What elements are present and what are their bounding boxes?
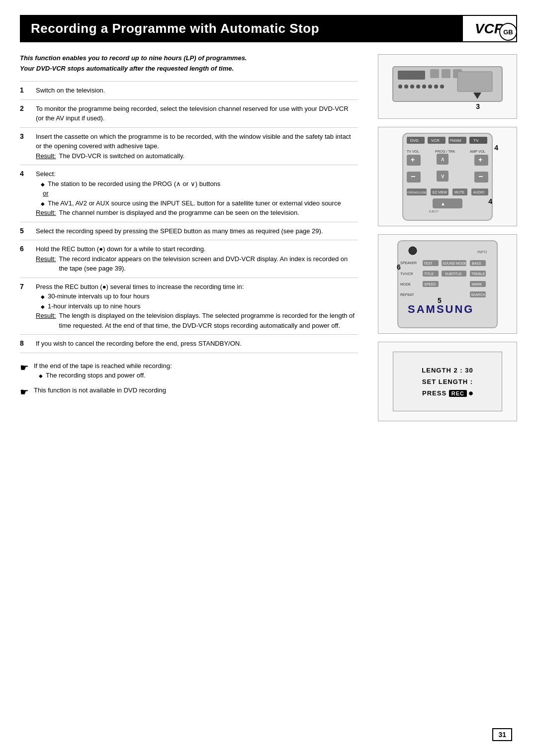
step-4: 4 Select: The station to be recorded usi… (20, 165, 358, 222)
svg-point-11 (434, 85, 438, 89)
device-image-3: INFO SPEAKER TEST SOUND MODE BASS TV/VCR… (378, 234, 517, 334)
svg-point-8 (416, 85, 420, 89)
note-icon-2: ☛ (20, 384, 29, 399)
svg-text:TEST: TEST (424, 262, 433, 265)
intro-line2: Your DVD-VCR stops automatically after t… (20, 65, 358, 72)
step-6-num: 6 (20, 244, 29, 253)
steps-list: 1 Switch on the television. 2 To monitor… (20, 81, 358, 353)
svg-text:OPEN/CLOSE: OPEN/CLOSE (407, 191, 427, 194)
svg-text:TITLE: TITLE (424, 272, 434, 276)
step-5-content: Select the recording speed by pressing t… (36, 226, 358, 236)
step-4-bullets-2: The AV1, AV2 or AUX source using the INP… (36, 198, 358, 208)
svg-text:VCR: VCR (431, 138, 440, 143)
svg-text:+: + (478, 156, 482, 164)
note-icon-1: ☛ (20, 360, 29, 375)
svg-text:+: + (411, 156, 415, 164)
step-6-text: Hold the REC button (●) down for a while… (36, 244, 358, 254)
step-2-content: To monitor the programme being recorded,… (36, 104, 358, 123)
note-1-bullet: The recording stops and power off. (39, 371, 172, 380)
image3-label-6: 6 (397, 263, 401, 271)
svg-text:INFO: INFO (477, 250, 487, 254)
svg-text:AUDIO: AUDIO (473, 190, 485, 194)
step-6: 6 Hold the REC button (●) down for a whi… (20, 240, 358, 278)
step-8: 8 If you wish to cancel the recording be… (20, 334, 358, 353)
step-4-result: Result: The channel number is displayed … (36, 208, 358, 218)
step-7-num: 7 (20, 282, 29, 290)
svg-text:FM/AM: FM/AM (450, 139, 461, 142)
device-svg-1 (388, 62, 507, 111)
svg-text:TV: TV (473, 138, 479, 143)
svg-text:TREBLE: TREBLE (471, 272, 485, 276)
svg-rect-2 (430, 69, 439, 78)
image3-label-5: 5 (438, 296, 442, 304)
image1-label-3: 3 (476, 102, 480, 110)
svg-point-51 (409, 247, 417, 255)
svg-text:PROG / TRK: PROG / TRK (435, 150, 455, 153)
svg-text:MARK: MARK (472, 283, 482, 286)
svg-rect-3 (442, 69, 450, 78)
step-4-bullet-2: The AV1, AV2 or AUX source using the INP… (41, 198, 358, 208)
step-3: 3 Insert the cassette on which the progr… (20, 127, 358, 165)
step-5-num: 5 (20, 226, 29, 235)
step-4-content: Select: The station to be recorded using… (36, 169, 358, 218)
svg-point-10 (428, 85, 432, 89)
svg-text:SAMSUNG: SAMSUNG (408, 303, 474, 315)
svg-text:TV VOL: TV VOL (407, 150, 419, 153)
notes-section: ☛ If the end of the tape is reached whil… (20, 361, 358, 399)
step-3-result: Result: The DVD-VCR is switched on autom… (36, 151, 358, 161)
step-5: 5 Select the recording speed by pressing… (20, 222, 358, 240)
step-7-result: Result: The length is displayed on the t… (36, 311, 358, 330)
device-image-2: DVD VCR FM/AM TV TV VOL PROG / TRK AMP V… (378, 127, 517, 226)
remote-svg: DVD VCR FM/AM TV TV VOL PROG / TRK AMP V… (393, 131, 502, 223)
rec-dot (469, 391, 473, 395)
svg-text:SOUND MODE: SOUND MODE (443, 262, 467, 265)
page-number: 31 (492, 728, 512, 741)
step-1-content: Switch on the television. (36, 86, 358, 95)
display-set-length: SET LENGTH : (422, 378, 473, 385)
right-column: 3 DVD VCR FM/AM (378, 54, 517, 421)
step-1-num: 1 (20, 86, 29, 94)
step-6-content: Hold the REC button (●) down for a while… (36, 244, 358, 274)
svg-text:EZ VIEW: EZ VIEW (433, 190, 447, 194)
svg-text:∨: ∨ (441, 173, 445, 180)
step-8-content: If you wish to cancel the recording befo… (36, 339, 358, 349)
left-column: This function enables you to record up t… (20, 54, 363, 421)
svg-rect-1 (398, 71, 425, 80)
intro-line1: This function enables you to record up t… (20, 54, 358, 62)
step-4-text: Select: (36, 169, 358, 179)
step-7: 7 Press the REC button (●) several times… (20, 278, 358, 335)
step-7-bullet-1: 30-minute intervals up to four hours (41, 291, 358, 301)
step-4-bullets: The station to be recorded using the PRO… (36, 179, 358, 189)
display-box: LENGTH 2 : 30 SET LENGTH : PRESS REC (393, 352, 502, 411)
step-7-content: Press the REC button (●) several times t… (36, 282, 358, 331)
main-layout: This function enables you to record up t… (20, 54, 517, 421)
svg-text:REPEAT: REPEAT (400, 293, 414, 296)
note-1: ☛ If the end of the tape is reached whil… (20, 361, 358, 380)
step-3-text: Insert the cassette on which the program… (36, 132, 358, 151)
svg-text:−: − (411, 172, 415, 181)
rec-badge: REC (449, 390, 473, 397)
svg-rect-47 (433, 198, 462, 208)
svg-text:−: − (478, 172, 483, 181)
svg-point-9 (422, 85, 426, 89)
step-3-num: 3 (20, 132, 29, 140)
svg-text:SPEED: SPEED (424, 283, 436, 286)
svg-rect-13 (457, 72, 492, 92)
svg-text:DVD: DVD (410, 138, 419, 143)
svg-text:▲: ▲ (441, 201, 446, 206)
step-4-bullet-1: The station to be recorded using the PRO… (41, 179, 358, 189)
device-image-1: 3 (378, 54, 517, 119)
note-2-content: This function is not available in DVD re… (34, 385, 166, 395)
step-2-num: 2 (20, 104, 29, 112)
image2-label-4: 4 (494, 144, 498, 152)
note-1-content: If the end of the tape is reached while … (34, 361, 172, 380)
remote2-svg: INFO SPEAKER TEST SOUND MODE BASS TV/VCR… (393, 238, 502, 330)
step-2: 2 To monitor the programme being recorde… (20, 99, 358, 127)
step-6-result: Result: The record indicator appears on … (36, 254, 358, 274)
or-text: or (36, 189, 358, 198)
device-image-4: LENGTH 2 : 30 SET LENGTH : PRESS REC (378, 342, 517, 421)
svg-text:∧: ∧ (441, 156, 445, 163)
svg-text:SEARCH: SEARCH (471, 293, 485, 296)
svg-text:BASS: BASS (472, 262, 481, 265)
page-title: Recording a Programme with Automatic Sto… (21, 16, 462, 41)
